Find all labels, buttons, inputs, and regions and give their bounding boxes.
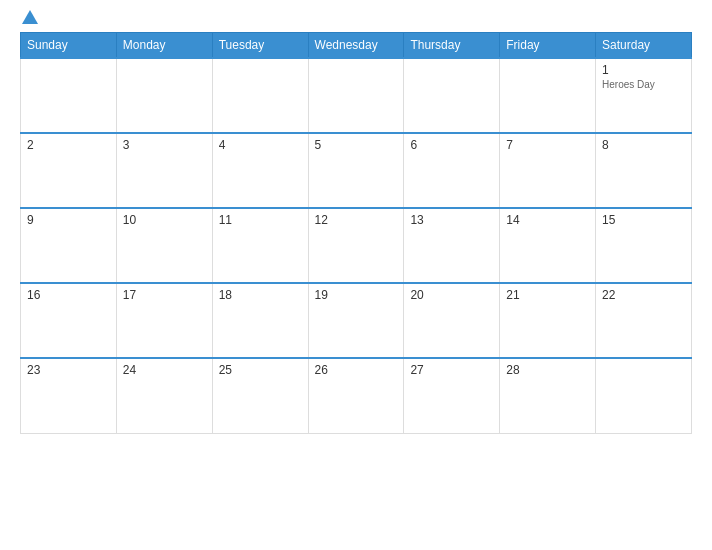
day-number: 12 <box>315 213 398 227</box>
day-number: 3 <box>123 138 206 152</box>
day-header-tuesday: Tuesday <box>212 33 308 59</box>
calendar-body: 1Heroes Day23456789101112131415161718192… <box>21 58 692 433</box>
day-number: 21 <box>506 288 589 302</box>
calendar-day: 15 <box>596 208 692 283</box>
calendar-day: 23 <box>21 358 117 433</box>
calendar-day: 7 <box>500 133 596 208</box>
calendar-day <box>116 58 212 133</box>
calendar-day: 18 <box>212 283 308 358</box>
day-header-saturday: Saturday <box>596 33 692 59</box>
day-number: 22 <box>602 288 685 302</box>
calendar-day: 19 <box>308 283 404 358</box>
day-number: 27 <box>410 363 493 377</box>
calendar-day <box>308 58 404 133</box>
day-number: 9 <box>27 213 110 227</box>
day-number: 25 <box>219 363 302 377</box>
calendar-day: 14 <box>500 208 596 283</box>
calendar-day: 2 <box>21 133 117 208</box>
day-number: 1 <box>602 63 685 77</box>
calendar-day <box>596 358 692 433</box>
calendar-day: 16 <box>21 283 117 358</box>
calendar-day: 1Heroes Day <box>596 58 692 133</box>
day-number: 2 <box>27 138 110 152</box>
calendar-day: 20 <box>404 283 500 358</box>
calendar-day <box>500 58 596 133</box>
day-header-thursday: Thursday <box>404 33 500 59</box>
calendar-table: SundayMondayTuesdayWednesdayThursdayFrid… <box>20 32 692 434</box>
day-number: 13 <box>410 213 493 227</box>
calendar-container: SundayMondayTuesdayWednesdayThursdayFrid… <box>0 0 712 550</box>
day-number: 18 <box>219 288 302 302</box>
calendar-day: 24 <box>116 358 212 433</box>
calendar-day: 27 <box>404 358 500 433</box>
calendar-header-row: SundayMondayTuesdayWednesdayThursdayFrid… <box>21 33 692 59</box>
calendar-day: 3 <box>116 133 212 208</box>
day-number: 10 <box>123 213 206 227</box>
day-number: 14 <box>506 213 589 227</box>
calendar-day: 22 <box>596 283 692 358</box>
calendar-day <box>21 58 117 133</box>
day-number: 7 <box>506 138 589 152</box>
day-number: 19 <box>315 288 398 302</box>
logo-triangle-icon <box>22 10 38 24</box>
week-row: 232425262728 <box>21 358 692 433</box>
day-header-friday: Friday <box>500 33 596 59</box>
calendar-day: 13 <box>404 208 500 283</box>
calendar-day: 12 <box>308 208 404 283</box>
calendar-day <box>212 58 308 133</box>
calendar-day <box>404 58 500 133</box>
calendar-day: 25 <box>212 358 308 433</box>
calendar-day: 21 <box>500 283 596 358</box>
calendar-day: 5 <box>308 133 404 208</box>
day-number: 26 <box>315 363 398 377</box>
day-number: 24 <box>123 363 206 377</box>
day-header-sunday: Sunday <box>21 33 117 59</box>
day-number: 5 <box>315 138 398 152</box>
calendar-day: 26 <box>308 358 404 433</box>
day-header-wednesday: Wednesday <box>308 33 404 59</box>
day-number: 20 <box>410 288 493 302</box>
week-row: 16171819202122 <box>21 283 692 358</box>
calendar-day: 17 <box>116 283 212 358</box>
calendar-day: 8 <box>596 133 692 208</box>
holiday-label: Heroes Day <box>602 79 685 90</box>
week-row: 9101112131415 <box>21 208 692 283</box>
day-number: 23 <box>27 363 110 377</box>
week-row: 1Heroes Day <box>21 58 692 133</box>
calendar-header <box>20 10 692 24</box>
day-number: 15 <box>602 213 685 227</box>
day-number: 16 <box>27 288 110 302</box>
day-number: 11 <box>219 213 302 227</box>
day-header-monday: Monday <box>116 33 212 59</box>
week-row: 2345678 <box>21 133 692 208</box>
calendar-day: 10 <box>116 208 212 283</box>
calendar-day: 11 <box>212 208 308 283</box>
calendar-day: 9 <box>21 208 117 283</box>
day-number: 17 <box>123 288 206 302</box>
logo <box>20 10 38 24</box>
calendar-day: 28 <box>500 358 596 433</box>
day-number: 8 <box>602 138 685 152</box>
day-number: 28 <box>506 363 589 377</box>
day-number: 4 <box>219 138 302 152</box>
calendar-day: 4 <box>212 133 308 208</box>
calendar-day: 6 <box>404 133 500 208</box>
day-number: 6 <box>410 138 493 152</box>
